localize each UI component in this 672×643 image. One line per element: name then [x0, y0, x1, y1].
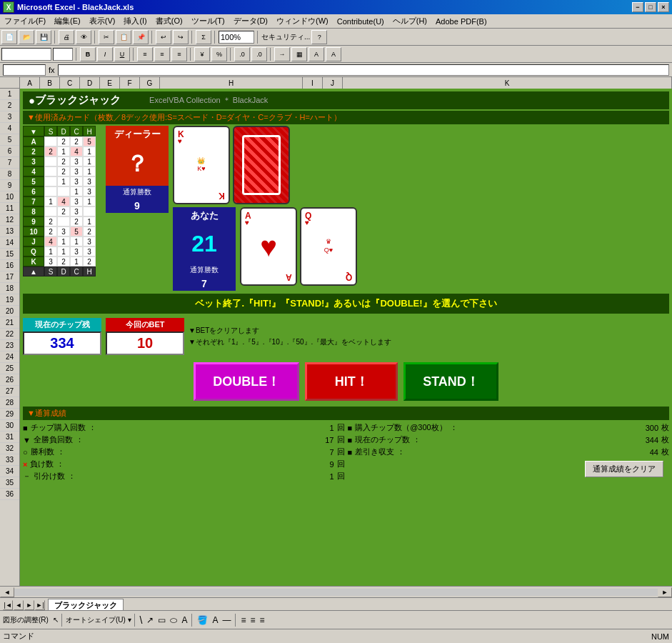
hit-button[interactable]: HIT！ — [305, 362, 398, 401]
menu-window[interactable]: ウィンドウ(W) — [272, 14, 333, 28]
draw-rect-tool[interactable]: ▭ — [158, 615, 166, 625]
king-center: 👑K♥ — [197, 157, 205, 173]
redo-button[interactable]: ↪ — [173, 30, 189, 44]
print-button[interactable]: 🖨 — [59, 30, 74, 44]
draw-font-color-a[interactable]: A — [212, 615, 218, 625]
align-center-button[interactable]: ≡ — [154, 47, 170, 61]
cut-button[interactable]: ✂ — [99, 30, 114, 44]
italic-button[interactable]: I — [97, 47, 113, 61]
col-header-D[interactable]: D — [80, 77, 100, 89]
currency-button[interactable]: ¥ — [194, 47, 210, 61]
game-title-jp: ブラックジャック — [35, 94, 121, 107]
percent-button[interactable]: % — [211, 47, 227, 61]
copy-button[interactable]: 📋 — [116, 30, 131, 44]
undo-button[interactable]: ↩ — [156, 30, 171, 44]
draw-align-center[interactable]: ≡ — [251, 615, 256, 625]
col-header-H[interactable]: H — [160, 77, 303, 89]
draw-sep-1 — [61, 614, 63, 627]
save-button[interactable]: 💾 — [36, 30, 51, 44]
stat-net-icon: ■ — [348, 448, 353, 457]
menu-file[interactable]: ファイル(F) — [0, 14, 50, 28]
current-chips-label: 現在のチップ残 — [23, 318, 101, 332]
close-button[interactable]: × — [658, 2, 669, 12]
menu-data[interactable]: データ(D) — [229, 14, 272, 28]
separator-f4 — [230, 48, 231, 61]
game-content-area: ● ブラックジャック ExcelVBA Collection ＊ BlackJa… — [20, 89, 672, 586]
underline-button[interactable]: U — [114, 47, 130, 61]
draw-line-tool[interactable]: \ — [140, 614, 143, 626]
col-header-G[interactable]: G — [140, 77, 160, 89]
window-controls[interactable]: − □ × — [632, 2, 669, 12]
open-button[interactable]: 📂 — [19, 30, 34, 44]
font-name-input[interactable]: Impact — [1, 48, 51, 61]
minimize-button[interactable]: − — [632, 2, 643, 12]
draw-align-left[interactable]: ≡ — [241, 615, 246, 625]
col-header-J[interactable]: J — [323, 77, 343, 89]
menu-view[interactable]: 表示(V) — [85, 14, 120, 28]
new-button[interactable]: 📄 — [1, 30, 17, 44]
col-header-E[interactable]: E — [100, 77, 120, 89]
name-box[interactable]: B26 — [3, 64, 46, 76]
dec-decimal-button[interactable]: .0 — [251, 47, 267, 61]
col-header-I[interactable]: I — [303, 77, 323, 89]
draw-paint-bucket[interactable]: 🪣 — [197, 615, 208, 625]
align-left-button[interactable]: ≡ — [137, 47, 153, 61]
tab-prev[interactable]: ◄ — [14, 600, 24, 610]
zoom-input[interactable] — [219, 31, 254, 44]
stat-draws-colon: ： — [68, 471, 76, 482]
hscrollbar[interactable]: ◄ ► — [0, 586, 672, 597]
menu-format[interactable]: 書式(O) — [151, 14, 187, 28]
menu-contribute[interactable]: Contribute(U) — [333, 16, 388, 27]
col-header-C[interactable]: C — [60, 77, 80, 89]
align-right-button[interactable]: ≡ — [171, 47, 187, 61]
font-color-button[interactable]: A — [326, 47, 341, 61]
font-size-input[interactable]: 16 — [53, 48, 73, 61]
hscroll-right[interactable]: ► — [658, 587, 672, 597]
row-num-21: 21 — [0, 317, 19, 329]
bold-button[interactable]: B — [80, 47, 96, 61]
menu-insert[interactable]: 挿入(I) — [119, 14, 151, 28]
stat-losses-unit: 回 — [337, 459, 345, 469]
preview-button[interactable]: 👁 — [76, 30, 91, 44]
col-header-B[interactable]: B — [40, 77, 60, 89]
menu-pdf[interactable]: Adobe PDF(B) — [431, 16, 491, 27]
stand-button[interactable]: STAND！ — [403, 362, 498, 401]
sheet-tab-blackjack[interactable]: ブラックジャック — [48, 599, 124, 610]
player-wins-label: 通算勝数 — [173, 264, 236, 276]
draw-line-color[interactable]: — — [222, 615, 231, 625]
row-num-23: 23 — [0, 340, 19, 352]
border-button[interactable]: ▦ — [291, 47, 307, 61]
col-header-F[interactable]: F — [120, 77, 140, 89]
double-button[interactable]: DOUBLE！ — [194, 362, 299, 401]
col-header-rest[interactable]: K — [343, 77, 672, 89]
menu-help[interactable]: ヘルプ(H) — [388, 14, 431, 28]
paste-button[interactable]: 📌 — [133, 30, 149, 44]
menu-edit[interactable]: 編集(E) — [50, 14, 85, 28]
inc-decimal-button[interactable]: .0 — [234, 47, 250, 61]
tab-last[interactable]: ►| — [35, 600, 45, 610]
maximize-button[interactable]: □ — [645, 2, 656, 12]
stat-purchases: ■ チップ購入回数 ： 1 回 — [23, 422, 345, 434]
stats-right: ■ 購入チップ数（@300枚） ： 300 枚 ■ 現在のチップ数 ： 344 — [348, 422, 670, 482]
bet-value: 10 — [106, 332, 184, 355]
ct-row-7: 7 1 4 3 1 — [23, 196, 101, 206]
tab-first[interactable]: |◄ — [3, 600, 13, 610]
col-header-A[interactable]: A — [20, 77, 40, 89]
player-card-1: A ♥ ♥ A — [240, 207, 297, 286]
draw-textbox-tool[interactable]: A — [181, 615, 187, 625]
fill-color-button[interactable]: A — [309, 47, 324, 61]
sum-button[interactable]: Σ — [196, 30, 211, 44]
hscroll-left[interactable]: ◄ — [0, 587, 14, 597]
formula-input[interactable]: 334 — [58, 64, 669, 76]
hscroll-track[interactable] — [14, 589, 658, 596]
ct-row-3: 3 2 3 1 — [23, 156, 101, 166]
draw-arrow-tool[interactable]: ↗ — [146, 615, 154, 625]
clear-stats-button[interactable]: 通算成績をクリア — [585, 461, 663, 477]
draw-oval-tool[interactable]: ⬭ — [170, 615, 177, 625]
draw-align-right[interactable]: ≡ — [260, 615, 265, 625]
indent-button[interactable]: → — [274, 47, 290, 61]
help-icon-button[interactable]: ? — [311, 30, 327, 44]
ace-heart-center: ♥ — [260, 231, 277, 263]
tab-next[interactable]: ► — [24, 600, 34, 610]
menu-tools[interactable]: ツール(T) — [187, 14, 229, 28]
